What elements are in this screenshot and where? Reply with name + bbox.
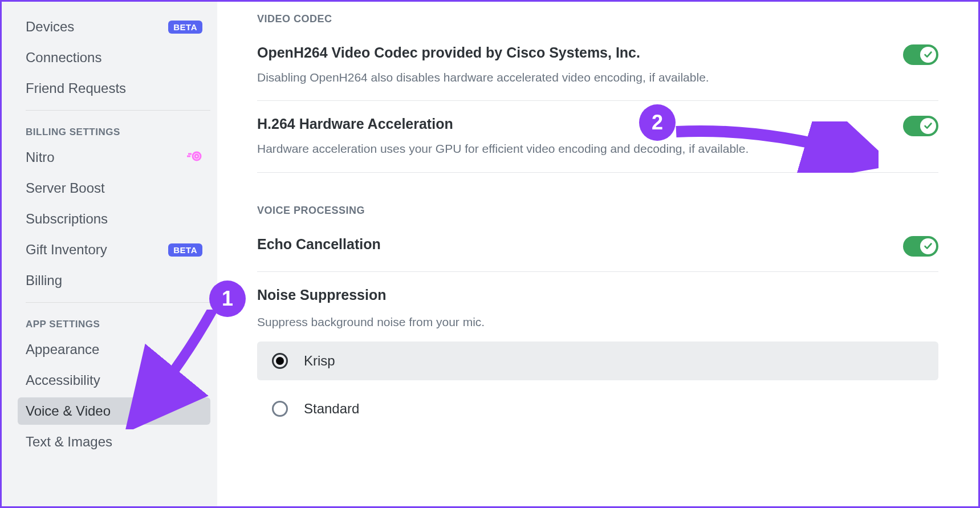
- beta-badge: BETA: [168, 21, 202, 34]
- sidebar-item-label: Server Boost: [26, 180, 105, 196]
- billing-settings-header: BILLING SETTINGS: [26, 113, 210, 144]
- check-icon: [920, 238, 936, 254]
- svg-point-0: [193, 152, 201, 160]
- sidebar-item-billing[interactable]: Billing: [18, 267, 210, 294]
- sidebar-item-label: Accessibility: [26, 372, 100, 388]
- nitro-icon: [186, 151, 202, 165]
- settings-main-panel: VIDEO CODEC OpenH264 Video Codec provide…: [217, 2, 978, 506]
- openh264-setting: OpenH264 Video Codec provided by Cisco S…: [257, 44, 938, 101]
- beta-badge: BETA: [168, 243, 202, 257]
- sidebar-item-devices[interactable]: Devices BETA: [18, 13, 210, 40]
- sidebar-item-label: Friend Requests: [26, 80, 126, 96]
- noise-suppression-krisp-option[interactable]: Krisp: [257, 342, 938, 380]
- annotation-badge-2: 2: [639, 104, 676, 141]
- divider: [26, 302, 210, 303]
- openh264-description: Disabling OpenH264 also disables hardwar…: [257, 69, 892, 86]
- sidebar-item-label: Connections: [26, 50, 101, 66]
- check-icon: [920, 118, 936, 134]
- echo-cancellation-toggle[interactable]: [903, 236, 938, 257]
- sidebar-item-gift-inventory[interactable]: Gift Inventory BETA: [18, 236, 210, 263]
- sidebar-item-label: Appearance: [26, 342, 99, 357]
- setting-text: Noise Suppression Suppress background no…: [257, 287, 938, 330]
- sidebar-item-label: Billing: [26, 273, 62, 288]
- voice-processing-header: VOICE PROCESSING: [257, 205, 938, 217]
- radio-label: Krisp: [304, 353, 335, 369]
- setting-text: OpenH264 Video Codec provided by Cisco S…: [257, 44, 892, 86]
- sidebar-item-server-boost[interactable]: Server Boost: [18, 174, 210, 202]
- divider: [26, 110, 210, 111]
- h264-toggle[interactable]: [903, 116, 938, 136]
- sidebar-item-connections[interactable]: Connections: [18, 44, 210, 71]
- video-codec-header: VIDEO CODEC: [257, 13, 938, 25]
- annotation-badge-1: 1: [209, 281, 246, 317]
- sidebar-item-friend-requests[interactable]: Friend Requests: [18, 75, 210, 102]
- annotation-arrow-2: [673, 121, 879, 173]
- noise-suppression-standard-option[interactable]: Standard: [257, 389, 938, 428]
- check-icon: [920, 47, 936, 63]
- annotation-arrow-1: [121, 310, 235, 429]
- openh264-toggle[interactable]: [903, 44, 938, 65]
- noise-suppression-title: Noise Suppression: [257, 287, 938, 303]
- radio-unselected-icon: [272, 401, 288, 417]
- svg-point-1: [195, 155, 198, 158]
- openh264-title: OpenH264 Video Codec provided by Cisco S…: [257, 44, 892, 61]
- sidebar-item-text-images[interactable]: Text & Images: [18, 428, 210, 456]
- noise-suppression-description: Suppress background noise from your mic.: [257, 314, 938, 330]
- radio-selected-icon: [272, 353, 288, 369]
- sidebar-item-subscriptions[interactable]: Subscriptions: [18, 205, 210, 233]
- settings-sidebar: Devices BETA Connections Friend Requests…: [2, 2, 217, 506]
- sidebar-item-nitro[interactable]: Nitro: [18, 144, 210, 171]
- sidebar-item-label: Subscriptions: [26, 211, 108, 227]
- echo-cancellation-setting: Echo Cancellation: [257, 236, 938, 272]
- echo-cancellation-title: Echo Cancellation: [257, 236, 892, 253]
- noise-suppression-setting: Noise Suppression Suppress background no…: [257, 287, 938, 336]
- sidebar-item-label: Text & Images: [26, 434, 112, 450]
- setting-text: Echo Cancellation: [257, 236, 892, 253]
- sidebar-item-label: Voice & Video: [26, 403, 111, 419]
- sidebar-item-label: Devices: [26, 19, 74, 35]
- sidebar-item-label: Nitro: [26, 149, 55, 165]
- sidebar-item-label: Gift Inventory: [26, 242, 107, 258]
- radio-label: Standard: [304, 401, 359, 417]
